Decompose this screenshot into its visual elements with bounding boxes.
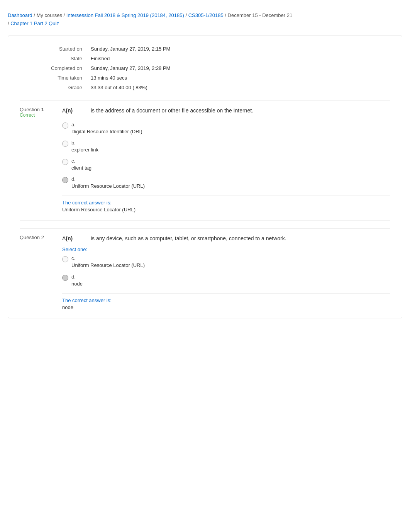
radio-2d[interactable] <box>62 275 68 281</box>
question-2-option-c: c. Uniform Resource Locator (URL) <box>62 255 390 269</box>
option-b-letter: b. <box>71 140 98 146</box>
option-a-letter: a. <box>71 122 142 127</box>
question-2-label: Question 2 <box>20 235 62 240</box>
question-1-option-c: c. client tag <box>62 158 390 172</box>
question-1-option-d: d. Uniform Resource Locator (URL) <box>62 176 390 190</box>
radio-2c[interactable] <box>62 256 68 262</box>
question-1-option-b: b. explorer link <box>62 140 390 153</box>
option-2d-text: node <box>71 280 83 287</box>
grade-value: 33.33 out of 40.00 ( 83%) <box>91 83 390 92</box>
question-2-correct-label: The correct answer is: <box>62 297 390 303</box>
breadcrumb-daterange: December 15 - December 21 <box>228 12 293 18</box>
breadcrumb-intersession[interactable]: Intersession Fall 2018 & Spring 2019 (20… <box>66 12 184 18</box>
divider-1 <box>20 220 390 221</box>
question-1-header: Question 1 Correct A(n) _____ is the add… <box>20 107 390 118</box>
state-value: Finished <box>91 54 390 63</box>
question-2-text: A(n) _____ is any device, such as a comp… <box>62 235 390 243</box>
time-taken-value: 13 mins 40 secs <box>91 73 390 82</box>
question-1-text: A(n) _____ is the address of a document … <box>62 107 390 115</box>
radio-b[interactable] <box>62 141 68 147</box>
question-1-number: Question 1 <box>20 107 44 112</box>
started-on-value: Sunday, January 27, 2019, 2:15 PM <box>91 44 390 53</box>
radio-d[interactable] <box>62 177 68 183</box>
state-label: State <box>20 54 90 63</box>
question-2-blank: (n) _____ <box>66 235 89 241</box>
option-d-letter: d. <box>71 176 145 182</box>
question-2-header: Question 2 A(n) _____ is any device, suc… <box>20 235 390 243</box>
option-2d-letter: d. <box>71 274 83 280</box>
completed-on-value: Sunday, January 27, 2019, 2:28 PM <box>91 64 390 73</box>
option-2c-text: Uniform Resource Locator (URL) <box>71 262 145 269</box>
radio-c[interactable] <box>62 159 68 165</box>
option-b-text: explorer link <box>71 146 98 153</box>
select-one-label: Select one: <box>62 246 390 252</box>
started-on-label: Started on <box>20 44 90 53</box>
time-taken-label: Time taken <box>20 73 90 82</box>
question-1-correct-value: Uniform Resource Locator (URL) <box>62 207 390 212</box>
option-c-letter: c. <box>71 158 91 164</box>
content-area: Started on Sunday, January 27, 2019, 2:1… <box>8 36 402 318</box>
completed-on-label: Completed on <box>20 64 90 73</box>
breadcrumb-dashboard[interactable]: Dashboard <box>8 12 32 18</box>
breadcrumb: Dashboard / My courses / Intersession Fa… <box>0 8 410 32</box>
question-1-correct-label: The correct answer is: <box>62 200 390 206</box>
question-2-option-d: d. node <box>62 274 390 287</box>
option-c-text: client tag <box>71 165 91 172</box>
question-2-number: Question 2 <box>20 235 44 240</box>
breadcrumb-quiz[interactable]: Chapter 1 Part 2 Quiz <box>10 20 59 26</box>
question-1-label: Question 1 Correct <box>20 107 62 118</box>
summary-table: Started on Sunday, January 27, 2019, 2:1… <box>20 44 390 93</box>
option-a-text: Digital Resource Identifier (DRI) <box>71 128 142 135</box>
question-1-status: Correct <box>20 112 58 118</box>
breadcrumb-cs305[interactable]: CS305-1/20185 <box>188 12 224 18</box>
question-1-options: a. Digital Resource Identifier (DRI) b. … <box>62 122 390 190</box>
breadcrumb-mycourses: My courses <box>36 12 62 18</box>
question-1-correct-block: The correct answer is: Uniform Resource … <box>62 195 390 212</box>
option-2c-letter: c. <box>71 255 145 261</box>
question-2-correct-value: node <box>62 304 390 310</box>
question-2-correct-block: The correct answer is: node <box>62 293 390 310</box>
question-1-option-a: a. Digital Resource Identifier (DRI) <box>62 122 390 135</box>
radio-a[interactable] <box>62 122 68 129</box>
question-1-blank: (n) _____ <box>66 107 89 114</box>
question-2-options: Select one: c. Uniform Resource Locator … <box>62 246 390 287</box>
grade-label: Grade <box>20 83 90 92</box>
option-d-text: Uniform Resource Locator (URL) <box>71 183 145 190</box>
question-1-block: Question 1 Correct A(n) _____ is the add… <box>20 100 390 213</box>
page-wrapper: Dashboard / My courses / Intersession Fa… <box>0 0 410 532</box>
question-2-block: Question 2 A(n) _____ is any device, suc… <box>20 228 390 310</box>
